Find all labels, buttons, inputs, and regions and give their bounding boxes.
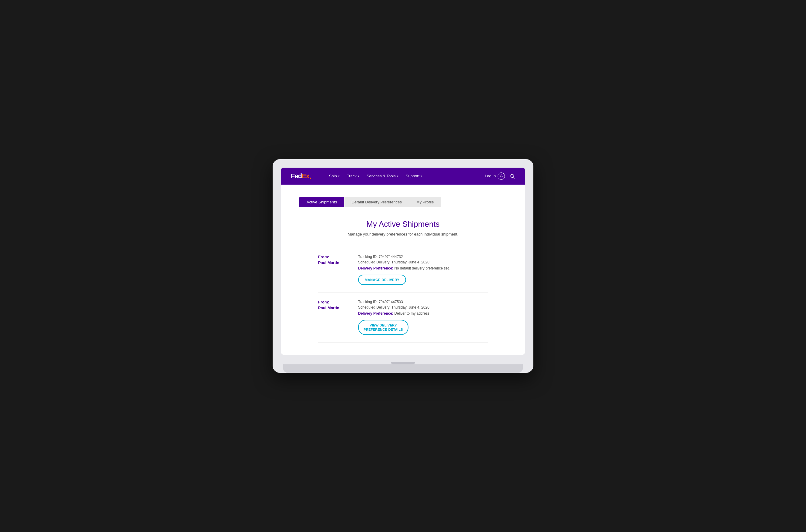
tab-default-delivery[interactable]: Default Delivery Preferences [344,197,409,207]
scheduled-delivery: Scheduled Delivery: Thursday, June 4, 20… [358,260,488,264]
tab-active-shipments[interactable]: Active Shipments [299,197,344,207]
nav-items: Ship ▾ Track ▾ Services & Tools ▾ Suppor… [326,171,475,180]
login-button[interactable]: Log In [485,172,505,180]
laptop-frame: FedEx. Ship ▾ Track ▾ Services & Tools ▾… [273,159,533,373]
chevron-down-icon: ▾ [397,175,398,178]
from-label: From: [318,300,349,304]
shipment-item: From: Paul Martin Tracking ID: 794971447… [318,292,488,343]
tab-my-profile[interactable]: My Profile [409,197,441,207]
shipment-from: From: Paul Martin [318,254,349,285]
navbar: FedEx. Ship ▾ Track ▾ Services & Tools ▾… [281,168,525,185]
search-button[interactable] [510,173,515,179]
shipment-from: From: Paul Martin [318,300,349,335]
scheduled-delivery: Scheduled Delivery: Thursday, June 4, 20… [358,305,488,309]
login-label: Log In [485,174,496,178]
shipment-details: Tracking ID: 794971444732 Scheduled Deli… [358,254,488,285]
nav-right: Log In [485,172,515,180]
svg-point-1 [511,174,514,178]
laptop-notch [391,362,415,364]
manage-delivery-button[interactable]: MANAGE DELIVERY [358,274,406,285]
main-content: Active Shipments Default Delivery Prefer… [281,185,525,355]
page-subtitle: Manage your delivery preferences for eac… [299,232,507,236]
page-title: My Active Shipments [299,220,507,229]
from-name: Paul Martin [318,306,349,310]
tracking-id: Tracking ID: 794971444732 [358,254,488,259]
logo-fed: Fed [291,172,302,180]
svg-point-0 [501,175,502,176]
fedex-logo: FedEx. [291,172,312,180]
laptop-base [283,364,523,373]
nav-item-track[interactable]: Track ▾ [344,171,362,180]
logo-ex: Ex [302,172,309,180]
chevron-down-icon: ▾ [338,175,340,178]
nav-item-ship[interactable]: Ship ▾ [326,171,343,180]
delivery-preference: Delivery Preference: No default delivery… [358,266,488,270]
chevron-down-icon: ▾ [358,175,359,178]
from-label: From: [318,254,349,259]
delivery-preference: Delivery Preference: Deliver to my addre… [358,311,488,316]
from-name: Paul Martin [318,260,349,265]
view-delivery-preference-button[interactable]: VIEW DELIVERYPREFERENCE DETAILS [358,320,409,335]
nav-item-support[interactable]: Support ▾ [403,171,426,180]
tracking-id: Tracking ID: 794971447503 [358,300,488,304]
tabs: Active Shipments Default Delivery Prefer… [299,197,507,207]
nav-item-services[interactable]: Services & Tools ▾ [363,171,401,180]
shipment-details: Tracking ID: 794971447503 Scheduled Deli… [358,300,488,335]
chevron-down-icon: ▾ [420,175,422,178]
svg-line-2 [513,177,514,178]
laptop-screen: FedEx. Ship ▾ Track ▾ Services & Tools ▾… [281,168,525,355]
shipment-item: From: Paul Martin Tracking ID: 794971444… [318,247,488,292]
shipments-list: From: Paul Martin Tracking ID: 794971444… [318,247,488,343]
user-icon [498,172,505,180]
